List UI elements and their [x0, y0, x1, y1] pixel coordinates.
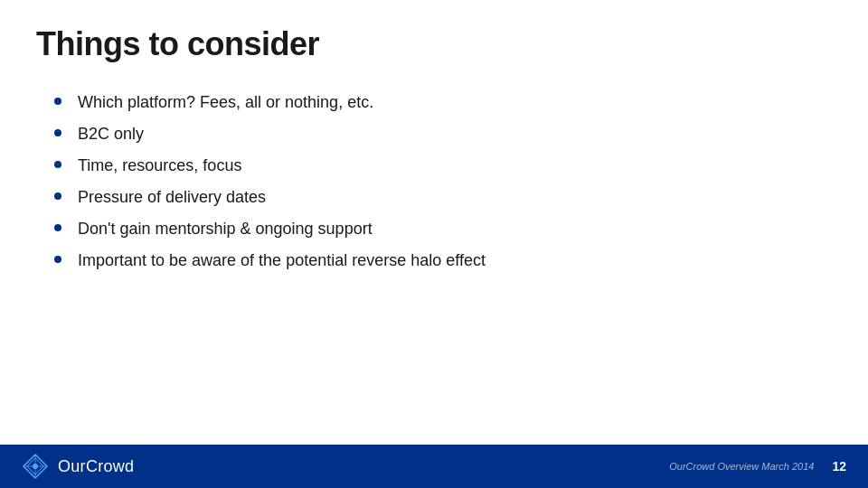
- bullet-dot: [54, 224, 61, 231]
- bullet-text: Which platform? Fees, all or nothing, et…: [78, 90, 832, 115]
- logo-our: Our: [58, 457, 86, 475]
- footer-caption: OurCrowd Overview March 2014: [669, 461, 814, 472]
- list-item: Pressure of delivery dates: [54, 185, 832, 210]
- list-item: Which platform? Fees, all or nothing, et…: [54, 90, 832, 115]
- bullet-dot: [54, 98, 61, 105]
- bullet-text: Important to be aware of the potential r…: [78, 249, 832, 273]
- footer: OurCrowd OurCrowd Overview March 2014 12: [0, 445, 868, 488]
- bullet-text: Time, resources, focus: [78, 154, 832, 178]
- logo-text: OurCrowd: [58, 457, 134, 476]
- list-item: Important to be aware of the potential r…: [54, 249, 832, 273]
- ourcrowd-logo-icon: [22, 453, 49, 480]
- bullet-dot: [54, 256, 61, 263]
- list-item: B2C only: [54, 122, 832, 146]
- main-content: Things to consider Which platform? Fees,…: [0, 0, 868, 445]
- list-item: Don't gain mentorship & ongoing support: [54, 217, 832, 241]
- slide: Things to consider Which platform? Fees,…: [0, 0, 868, 488]
- bullet-text: Don't gain mentorship & ongoing support: [78, 217, 832, 241]
- bullet-list: Which platform? Fees, all or nothing, et…: [54, 90, 832, 280]
- bullet-dot: [54, 192, 61, 200]
- footer-right: OurCrowd Overview March 2014 12: [669, 459, 846, 474]
- list-item: Time, resources, focus: [54, 154, 832, 178]
- bullet-text: B2C only: [78, 122, 832, 146]
- bullet-dot: [54, 129, 61, 136]
- footer-logo: OurCrowd: [22, 453, 134, 480]
- slide-title: Things to consider: [36, 25, 832, 63]
- logo-crowd: Crowd: [86, 457, 135, 475]
- bullet-dot: [54, 161, 61, 168]
- bullet-text: Pressure of delivery dates: [78, 185, 832, 210]
- footer-page-number: 12: [832, 459, 846, 474]
